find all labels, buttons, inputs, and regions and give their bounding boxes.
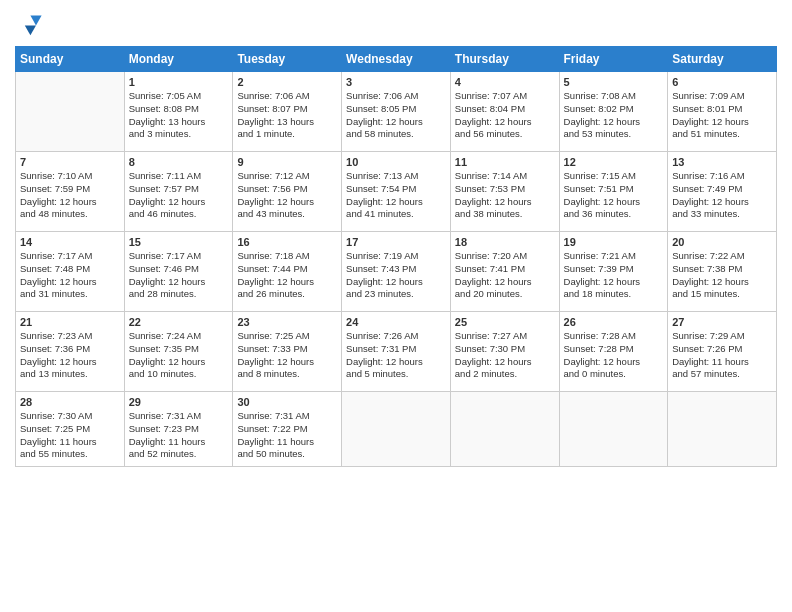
day-info: Sunrise: 7:06 AM Sunset: 8:07 PM Dayligh…	[237, 90, 337, 141]
calendar-cell: 12Sunrise: 7:15 AM Sunset: 7:51 PM Dayli…	[559, 152, 668, 232]
day-number: 6	[672, 76, 772, 88]
day-number: 14	[20, 236, 120, 248]
header	[15, 10, 777, 38]
calendar-table: SundayMondayTuesdayWednesdayThursdayFrid…	[15, 46, 777, 467]
logo	[15, 10, 45, 38]
day-number: 29	[129, 396, 229, 408]
calendar-cell: 23Sunrise: 7:25 AM Sunset: 7:33 PM Dayli…	[233, 312, 342, 392]
calendar-cell: 17Sunrise: 7:19 AM Sunset: 7:43 PM Dayli…	[342, 232, 451, 312]
day-number: 8	[129, 156, 229, 168]
day-info: Sunrise: 7:20 AM Sunset: 7:41 PM Dayligh…	[455, 250, 555, 301]
day-number: 10	[346, 156, 446, 168]
day-number: 18	[455, 236, 555, 248]
calendar-cell: 2Sunrise: 7:06 AM Sunset: 8:07 PM Daylig…	[233, 72, 342, 152]
calendar-cell	[342, 392, 451, 467]
calendar-cell: 22Sunrise: 7:24 AM Sunset: 7:35 PM Dayli…	[124, 312, 233, 392]
day-number: 12	[564, 156, 664, 168]
main-container: SundayMondayTuesdayWednesdayThursdayFrid…	[0, 0, 792, 477]
day-info: Sunrise: 7:13 AM Sunset: 7:54 PM Dayligh…	[346, 170, 446, 221]
calendar-week-row: 1Sunrise: 7:05 AM Sunset: 8:08 PM Daylig…	[16, 72, 777, 152]
day-number: 20	[672, 236, 772, 248]
weekday-header: Sunday	[16, 47, 125, 72]
day-info: Sunrise: 7:10 AM Sunset: 7:59 PM Dayligh…	[20, 170, 120, 221]
day-number: 23	[237, 316, 337, 328]
calendar-cell: 1Sunrise: 7:05 AM Sunset: 8:08 PM Daylig…	[124, 72, 233, 152]
calendar-cell	[16, 72, 125, 152]
day-info: Sunrise: 7:26 AM Sunset: 7:31 PM Dayligh…	[346, 330, 446, 381]
day-info: Sunrise: 7:28 AM Sunset: 7:28 PM Dayligh…	[564, 330, 664, 381]
svg-rect-0	[15, 10, 43, 38]
day-info: Sunrise: 7:22 AM Sunset: 7:38 PM Dayligh…	[672, 250, 772, 301]
calendar-cell: 6Sunrise: 7:09 AM Sunset: 8:01 PM Daylig…	[668, 72, 777, 152]
day-number: 3	[346, 76, 446, 88]
weekday-header-row: SundayMondayTuesdayWednesdayThursdayFrid…	[16, 47, 777, 72]
day-number: 24	[346, 316, 446, 328]
day-info: Sunrise: 7:12 AM Sunset: 7:56 PM Dayligh…	[237, 170, 337, 221]
day-number: 26	[564, 316, 664, 328]
day-info: Sunrise: 7:05 AM Sunset: 8:08 PM Dayligh…	[129, 90, 229, 141]
calendar-cell: 28Sunrise: 7:30 AM Sunset: 7:25 PM Dayli…	[16, 392, 125, 467]
weekday-header: Saturday	[668, 47, 777, 72]
logo-icon	[15, 10, 43, 38]
weekday-header: Wednesday	[342, 47, 451, 72]
day-number: 28	[20, 396, 120, 408]
calendar-week-row: 28Sunrise: 7:30 AM Sunset: 7:25 PM Dayli…	[16, 392, 777, 467]
day-number: 13	[672, 156, 772, 168]
day-info: Sunrise: 7:11 AM Sunset: 7:57 PM Dayligh…	[129, 170, 229, 221]
day-number: 2	[237, 76, 337, 88]
day-number: 19	[564, 236, 664, 248]
day-info: Sunrise: 7:06 AM Sunset: 8:05 PM Dayligh…	[346, 90, 446, 141]
day-number: 22	[129, 316, 229, 328]
day-number: 11	[455, 156, 555, 168]
calendar-cell: 29Sunrise: 7:31 AM Sunset: 7:23 PM Dayli…	[124, 392, 233, 467]
calendar-cell: 5Sunrise: 7:08 AM Sunset: 8:02 PM Daylig…	[559, 72, 668, 152]
calendar-week-row: 21Sunrise: 7:23 AM Sunset: 7:36 PM Dayli…	[16, 312, 777, 392]
calendar-cell: 4Sunrise: 7:07 AM Sunset: 8:04 PM Daylig…	[450, 72, 559, 152]
day-number: 27	[672, 316, 772, 328]
day-number: 1	[129, 76, 229, 88]
day-info: Sunrise: 7:24 AM Sunset: 7:35 PM Dayligh…	[129, 330, 229, 381]
day-info: Sunrise: 7:30 AM Sunset: 7:25 PM Dayligh…	[20, 410, 120, 461]
calendar-cell: 3Sunrise: 7:06 AM Sunset: 8:05 PM Daylig…	[342, 72, 451, 152]
day-info: Sunrise: 7:31 AM Sunset: 7:22 PM Dayligh…	[237, 410, 337, 461]
calendar-cell	[450, 392, 559, 467]
calendar-cell: 7Sunrise: 7:10 AM Sunset: 7:59 PM Daylig…	[16, 152, 125, 232]
calendar-cell: 30Sunrise: 7:31 AM Sunset: 7:22 PM Dayli…	[233, 392, 342, 467]
calendar-week-row: 7Sunrise: 7:10 AM Sunset: 7:59 PM Daylig…	[16, 152, 777, 232]
day-info: Sunrise: 7:15 AM Sunset: 7:51 PM Dayligh…	[564, 170, 664, 221]
calendar-week-row: 14Sunrise: 7:17 AM Sunset: 7:48 PM Dayli…	[16, 232, 777, 312]
calendar-cell: 25Sunrise: 7:27 AM Sunset: 7:30 PM Dayli…	[450, 312, 559, 392]
day-info: Sunrise: 7:16 AM Sunset: 7:49 PM Dayligh…	[672, 170, 772, 221]
calendar-cell: 15Sunrise: 7:17 AM Sunset: 7:46 PM Dayli…	[124, 232, 233, 312]
calendar-cell: 18Sunrise: 7:20 AM Sunset: 7:41 PM Dayli…	[450, 232, 559, 312]
weekday-header: Tuesday	[233, 47, 342, 72]
day-number: 21	[20, 316, 120, 328]
day-number: 25	[455, 316, 555, 328]
day-info: Sunrise: 7:25 AM Sunset: 7:33 PM Dayligh…	[237, 330, 337, 381]
weekday-header: Thursday	[450, 47, 559, 72]
calendar-cell: 27Sunrise: 7:29 AM Sunset: 7:26 PM Dayli…	[668, 312, 777, 392]
calendar-cell: 9Sunrise: 7:12 AM Sunset: 7:56 PM Daylig…	[233, 152, 342, 232]
calendar-cell: 16Sunrise: 7:18 AM Sunset: 7:44 PM Dayli…	[233, 232, 342, 312]
day-info: Sunrise: 7:14 AM Sunset: 7:53 PM Dayligh…	[455, 170, 555, 221]
day-number: 9	[237, 156, 337, 168]
calendar-cell	[559, 392, 668, 467]
day-info: Sunrise: 7:17 AM Sunset: 7:46 PM Dayligh…	[129, 250, 229, 301]
calendar-cell: 13Sunrise: 7:16 AM Sunset: 7:49 PM Dayli…	[668, 152, 777, 232]
day-number: 4	[455, 76, 555, 88]
day-info: Sunrise: 7:31 AM Sunset: 7:23 PM Dayligh…	[129, 410, 229, 461]
day-info: Sunrise: 7:23 AM Sunset: 7:36 PM Dayligh…	[20, 330, 120, 381]
day-info: Sunrise: 7:17 AM Sunset: 7:48 PM Dayligh…	[20, 250, 120, 301]
day-info: Sunrise: 7:09 AM Sunset: 8:01 PM Dayligh…	[672, 90, 772, 141]
calendar-cell: 20Sunrise: 7:22 AM Sunset: 7:38 PM Dayli…	[668, 232, 777, 312]
day-number: 7	[20, 156, 120, 168]
weekday-header: Friday	[559, 47, 668, 72]
calendar-cell: 19Sunrise: 7:21 AM Sunset: 7:39 PM Dayli…	[559, 232, 668, 312]
calendar-cell: 10Sunrise: 7:13 AM Sunset: 7:54 PM Dayli…	[342, 152, 451, 232]
day-number: 30	[237, 396, 337, 408]
day-number: 16	[237, 236, 337, 248]
day-number: 17	[346, 236, 446, 248]
weekday-header: Monday	[124, 47, 233, 72]
calendar-cell	[668, 392, 777, 467]
day-info: Sunrise: 7:19 AM Sunset: 7:43 PM Dayligh…	[346, 250, 446, 301]
